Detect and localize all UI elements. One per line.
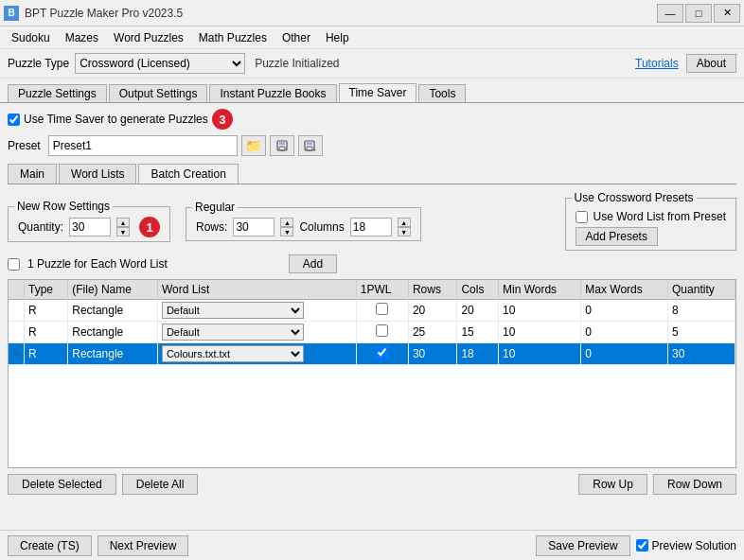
columns-input[interactable] <box>350 218 392 236</box>
preview-solution-row: Preview Solution <box>636 539 736 552</box>
inner-tab-word-lists[interactable]: Word Lists <box>59 164 136 184</box>
delete-selected-button[interactable]: Delete Selected <box>8 474 116 495</box>
cell-type: R <box>25 343 68 365</box>
table-body: RRectangle Default 20201008RRectangle De… <box>9 300 735 365</box>
cell-wordlist[interactable]: Default <box>157 322 356 343</box>
time-saver-label: Use Time Saver to generate Puzzles <box>24 113 208 126</box>
tab-time-saver[interactable]: Time Saver <box>339 83 417 102</box>
col-cols: Cols <box>457 280 499 300</box>
menu-math-puzzles[interactable]: Math Puzzles <box>191 29 275 46</box>
wordlist-select[interactable]: Colours.txt.txt <box>162 345 304 362</box>
menu-bar: Sudoku Mazes Word Puzzles Math Puzzles O… <box>0 26 744 49</box>
preset-input[interactable] <box>48 135 238 156</box>
inner-tab-main[interactable]: Main <box>8 164 57 184</box>
maximize-button[interactable]: □ <box>685 4 712 23</box>
quantity-down[interactable]: ▼ <box>116 227 130 236</box>
quantity-up[interactable]: ▲ <box>116 218 130 227</box>
cell-type: R <box>25 322 68 343</box>
menu-other[interactable]: Other <box>275 29 318 46</box>
rows-label: Rows: <box>196 220 227 234</box>
table-row[interactable]: RRectangle Default 25151005 <box>9 322 735 343</box>
tab-output-settings[interactable]: Output Settings <box>109 84 208 102</box>
close-button[interactable]: ✕ <box>714 4 740 23</box>
about-button[interactable]: About <box>686 54 736 73</box>
add-button[interactable]: Add <box>289 254 337 273</box>
preview-solution-checkbox[interactable] <box>636 539 648 551</box>
cell-quantity: 5 <box>668 322 735 343</box>
batch-table-container: Type (File) Name Word List 1PWL Rows Col… <box>8 279 736 468</box>
wordlist-select[interactable]: Default <box>162 324 304 341</box>
cell-wordlist[interactable]: Colours.txt.txt <box>157 343 356 365</box>
rows-input[interactable] <box>233 218 275 236</box>
menu-help[interactable]: Help <box>318 29 357 46</box>
presets-inner: Use Word List from Preset <box>576 210 726 223</box>
cell-rows: 25 <box>408 322 457 343</box>
use-word-list-preset-label: Use Word List from Preset <box>593 210 726 223</box>
cols-spinner[interactable]: ▲ ▼ <box>398 218 411 236</box>
use-word-list-preset-checkbox[interactable] <box>576 211 588 223</box>
quantity-row: Quantity: ▲ ▼ 1 <box>18 217 160 237</box>
col-quantity: Quantity <box>668 280 735 300</box>
table-row[interactable]: RRectangle Default 20201008 <box>9 300 735 322</box>
row-up-button[interactable]: Row Up <box>578 474 647 495</box>
cell-maxwords: 0 <box>581 322 668 343</box>
save-as-button[interactable]: + <box>298 135 323 156</box>
wordlist-select[interactable]: Default <box>162 302 304 319</box>
quantity-spinner[interactable]: ▲ ▼ <box>116 218 130 236</box>
time-saver-checkbox[interactable] <box>8 114 20 126</box>
tab-tools[interactable]: Tools <box>418 84 466 102</box>
regular-title: Regular <box>192 201 238 214</box>
rows-spinner[interactable]: ▲ ▼ <box>280 218 293 236</box>
create-ts-button[interactable]: Create (TS) <box>8 535 92 556</box>
tab-puzzle-settings[interactable]: Puzzle Settings <box>8 84 107 102</box>
col-minwords: Min Words <box>498 280 580 300</box>
svg-rect-4 <box>307 141 312 145</box>
batch-content: New Row Settings Quantity: ▲ ▼ 1 Regular… <box>8 190 736 499</box>
time-saver-checkbox-row: Use Time Saver to generate Puzzles 3 <box>8 109 736 130</box>
add-presets-button[interactable]: Add Presets <box>576 227 658 246</box>
menu-mazes[interactable]: Mazes <box>58 29 106 46</box>
cell-cols: 20 <box>457 300 499 322</box>
outer-tabs: Puzzle Settings Output Settings Instant … <box>0 79 744 103</box>
minimize-button[interactable]: — <box>657 4 683 23</box>
inner-tabs: Main Word Lists Batch Creation <box>8 164 736 184</box>
onepwl-checkbox[interactable] <box>376 346 388 359</box>
cell-quantity: 8 <box>668 300 735 322</box>
col-edit <box>9 280 25 300</box>
cols-down[interactable]: ▼ <box>398 227 411 236</box>
crossword-presets-group: Use Crossword Presets Use Word List from… <box>565 198 736 251</box>
cell-1pwl[interactable] <box>356 322 408 343</box>
inner-tab-batch-creation[interactable]: Batch Creation <box>138 164 238 184</box>
menu-word-puzzles[interactable]: Word Puzzles <box>106 29 191 46</box>
save-preview-button[interactable]: Save Preview <box>536 535 629 556</box>
onepwl-checkbox[interactable] <box>376 324 388 337</box>
cell-1pwl[interactable] <box>356 300 408 322</box>
app-title: BPT Puzzle Maker Pro v2023.5 <box>25 7 657 20</box>
crossword-presets-title: Use Crossword Presets <box>572 191 697 204</box>
folder-button[interactable]: 📁 <box>241 135 266 156</box>
tab-instant-puzzle-books[interactable]: Instant Puzzle Books <box>209 84 336 102</box>
tutorials-link[interactable]: Tutorials <box>635 57 679 70</box>
cell-wordlist[interactable]: Default <box>157 300 356 322</box>
rows-down[interactable]: ▼ <box>280 227 293 236</box>
batch-table: Type (File) Name Word List 1PWL Rows Col… <box>9 280 735 365</box>
cell-minwords: 10 <box>498 322 580 343</box>
table-row[interactable]: ✎RRectangle Colours.txt.txt 301810030 <box>9 343 735 365</box>
quantity-input[interactable] <box>69 218 111 236</box>
onepwl-checkbox[interactable] <box>376 303 388 315</box>
cell-type: R <box>25 300 68 322</box>
svg-rect-5 <box>307 147 312 150</box>
puzzle-type-select[interactable]: Crossword (Licensed) Word Search Sudoku <box>75 53 245 74</box>
one-puzzle-checkbox[interactable] <box>8 258 20 271</box>
delete-all-button[interactable]: Delete All <box>122 474 199 495</box>
row-down-button[interactable]: Row Down <box>653 474 736 495</box>
cell-edit <box>9 322 25 343</box>
regular-inner: Rows: ▲ ▼ Columns ▲ ▼ <box>196 218 411 236</box>
cols-up[interactable]: ▲ <box>398 218 411 227</box>
menu-sudoku[interactable]: Sudoku <box>4 29 58 46</box>
next-preview-button[interactable]: Next Preview <box>97 535 189 556</box>
rows-up[interactable]: ▲ <box>280 218 293 227</box>
save-button[interactable] <box>270 135 294 156</box>
settings-row: New Row Settings Quantity: ▲ ▼ 1 Regular… <box>8 194 736 251</box>
cell-1pwl[interactable] <box>356 343 408 365</box>
